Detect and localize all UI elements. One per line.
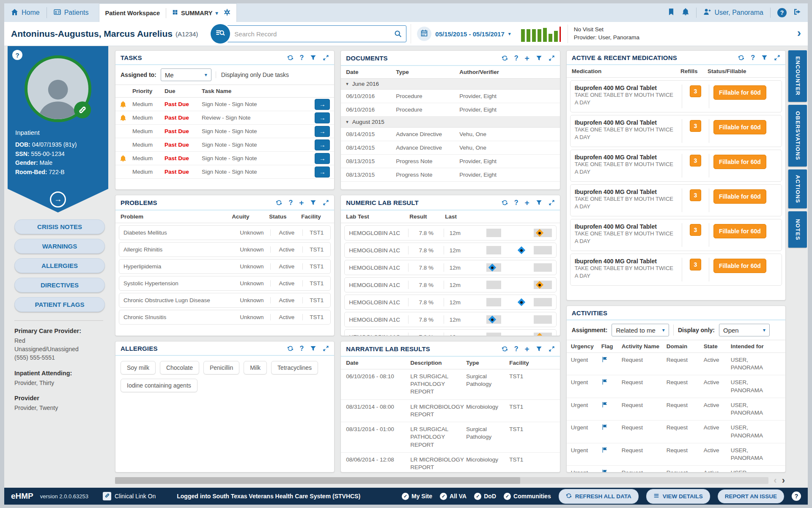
help-icon[interactable]: ?: [777, 8, 787, 17]
display-only-select[interactable]: Open ▾: [719, 324, 770, 336]
nav-patients[interactable]: Patients: [47, 3, 96, 22]
allergy-pill[interactable]: Chocolate: [160, 361, 199, 374]
table-row[interactable]: 08/14/2015 Advance Directive Vehu, One: [341, 128, 560, 141]
table-row[interactable]: 06/10/2016 Procedure Provider, Eight: [341, 90, 560, 103]
patient-name[interactable]: Antoninus-Augustus, Marcus Aurelius: [11, 29, 173, 39]
assigned-to-select[interactable]: Me ▾: [161, 68, 211, 81]
allergy-pill[interactable]: Tetracyclines: [271, 361, 318, 374]
refresh-icon[interactable]: [287, 55, 294, 61]
refresh-icon[interactable]: [502, 346, 508, 352]
statusbar-button[interactable]: VIEW DETAILS: [646, 489, 710, 504]
table-row[interactable]: Medium Past Due Sign Note - Sign Note →: [115, 138, 334, 152]
table-row[interactable]: HEMOGLOBIN A1C 7.8 % 12m: [344, 225, 556, 240]
data-source-toggle[interactable]: ✓ My Site: [402, 493, 432, 500]
plus-icon[interactable]: +: [525, 199, 529, 207]
scrollbar-thumb[interactable]: [115, 477, 520, 484]
table-row[interactable]: 08/31/2014 - 08:00 LR MICROBIOLOGY REPOR…: [341, 400, 560, 422]
search-menu-button[interactable]: [211, 24, 230, 44]
question-icon[interactable]: ?: [751, 55, 755, 61]
expand-icon[interactable]: [774, 55, 780, 61]
refresh-icon[interactable]: [738, 55, 744, 61]
question-icon[interactable]: ?: [514, 346, 518, 352]
scrollbar-track[interactable]: [115, 477, 768, 484]
sidebar-pill-button[interactable]: PATIENT FLAGS: [14, 297, 105, 312]
table-row[interactable]: Ibuprofen 400 MG Oral Tablet TAKE ONE TA…: [570, 80, 782, 112]
table-row[interactable]: Ibuprofen 400 MG Oral Tablet TAKE ONE TA…: [570, 115, 782, 147]
link-badge[interactable]: [74, 101, 91, 118]
document-group-row[interactable]: ▾ August 2015: [341, 117, 560, 128]
search-input[interactable]: [234, 30, 390, 38]
open-task-button[interactable]: →: [315, 153, 330, 164]
document-group-row[interactable]: ▾ June 2016: [341, 79, 560, 90]
table-row[interactable]: Medium Past Due Review - Sign Note →: [115, 111, 334, 125]
chevron-right-icon[interactable]: ›: [797, 27, 801, 41]
expand-icon[interactable]: [323, 345, 329, 352]
expand-icon[interactable]: [549, 55, 555, 61]
plus-icon[interactable]: +: [299, 199, 304, 207]
sidebar-pill-button[interactable]: WARNINGS: [14, 239, 105, 254]
expand-icon[interactable]: [323, 55, 329, 61]
table-row[interactable]: Medium Past Due Sign Note - Sign Note →: [115, 125, 334, 138]
patient-workspace-tab[interactable]: Patient Workspace: [105, 10, 160, 16]
patient-photo[interactable]: [25, 55, 91, 122]
data-source-toggle[interactable]: ✓ DoD: [474, 493, 496, 500]
gear-icon[interactable]: [224, 9, 230, 17]
refresh-icon[interactable]: [502, 55, 508, 61]
table-row[interactable]: 08/31/2014 - 01:00 LR SURGICAL PATHOLOGY…: [341, 422, 560, 453]
fillable-button[interactable]: Fillable for 60d: [713, 224, 766, 238]
help-icon[interactable]: ?: [792, 492, 801, 501]
question-icon[interactable]: ?: [300, 55, 304, 61]
table-row[interactable]: Chronic Obstructive Lugn Disease Unknown…: [119, 293, 331, 308]
refresh-icon[interactable]: [502, 199, 508, 206]
table-row[interactable]: Medium Past Due Sign Note - Sign Note →: [115, 98, 334, 111]
table-row[interactable]: Medium Past Due Sign Note - Sign Note →: [115, 165, 334, 179]
data-source-toggle[interactable]: ✓ All VA: [440, 493, 466, 500]
assignment-select[interactable]: Related to me ▾: [612, 324, 669, 336]
table-row[interactable]: Urgent Request Request Active USER, PANO…: [567, 375, 785, 398]
plus-icon[interactable]: +: [525, 54, 529, 62]
fillable-button[interactable]: Fillable for 60d: [713, 155, 766, 169]
question-icon[interactable]: ?: [288, 199, 293, 206]
refresh-icon[interactable]: [287, 345, 294, 352]
table-row[interactable]: HEMOGLOBIN A1C 7.8 % 12m: [344, 243, 556, 258]
table-row[interactable]: Ibuprofen 400 MG Oral Tablet TAKE ONE TA…: [570, 219, 782, 251]
table-row[interactable]: 06/10/2016 - 08:10 LR SURGICAL PATHOLOGY…: [341, 369, 560, 400]
clinical-link-status[interactable]: Clinical Link On: [103, 492, 156, 500]
plus-icon[interactable]: +: [525, 345, 529, 353]
question-icon[interactable]: ?: [514, 55, 518, 62]
tray-tab[interactable]: NOTES: [788, 211, 807, 248]
filter-icon[interactable]: [310, 55, 316, 61]
expand-icon[interactable]: [549, 199, 555, 206]
table-row[interactable]: Urgent Request Request Active USER, PANO…: [567, 353, 785, 375]
filter-icon[interactable]: [536, 199, 542, 206]
table-row[interactable]: 08/06/2014 - 12:08 LR MICROBIOLOGY REPOR…: [341, 453, 560, 472]
table-row[interactable]: Chronic SInusitis Unknown Active TST1: [119, 310, 331, 325]
table-row[interactable]: HEMOGLOBIN A1C 7.8 % 12m: [344, 295, 556, 310]
table-row[interactable]: HEMOGLOBIN A1C 7.8 % 12m: [344, 312, 556, 327]
filter-icon[interactable]: [761, 55, 768, 61]
refresh-icon[interactable]: [276, 199, 282, 206]
tray-tab[interactable]: ACTIONS: [788, 169, 807, 208]
expand-demographics-button[interactable]: →: [50, 191, 66, 208]
table-row[interactable]: Hyperlipidemia Unknown Active TST1: [119, 259, 331, 274]
tray-tab[interactable]: ENCOUNTER: [788, 50, 807, 102]
logout-icon[interactable]: [793, 8, 801, 17]
filter-icon[interactable]: [310, 199, 316, 206]
statusbar-button[interactable]: REFRESH ALL DATA: [559, 489, 639, 504]
scroll-right-icon[interactable]: ›: [782, 476, 785, 485]
filter-icon[interactable]: [536, 55, 542, 61]
table-row[interactable]: Ibuprofen 400 MG Oral Tablet TAKE ONE TA…: [570, 184, 782, 216]
open-task-button[interactable]: →: [315, 126, 330, 137]
statusbar-button[interactable]: REPORT AN ISSUE: [718, 489, 784, 503]
expand-icon[interactable]: [549, 346, 555, 352]
nav-home[interactable]: Home: [4, 3, 47, 22]
filter-icon[interactable]: [536, 346, 542, 352]
scroll-left-icon[interactable]: ‹: [774, 476, 776, 485]
allergy-pill[interactable]: Milk: [244, 361, 267, 374]
table-row[interactable]: 08/13/2015 Progress Note Provider, Eight: [341, 168, 560, 182]
table-row[interactable]: HEMOGLOBIN A1C 7.8 % 12m: [344, 260, 556, 275]
open-task-button[interactable]: →: [315, 112, 330, 123]
fillable-button[interactable]: Fillable for 60d: [713, 120, 766, 134]
fillable-button[interactable]: Fillable for 60d: [713, 259, 766, 273]
open-task-button[interactable]: →: [315, 167, 330, 178]
